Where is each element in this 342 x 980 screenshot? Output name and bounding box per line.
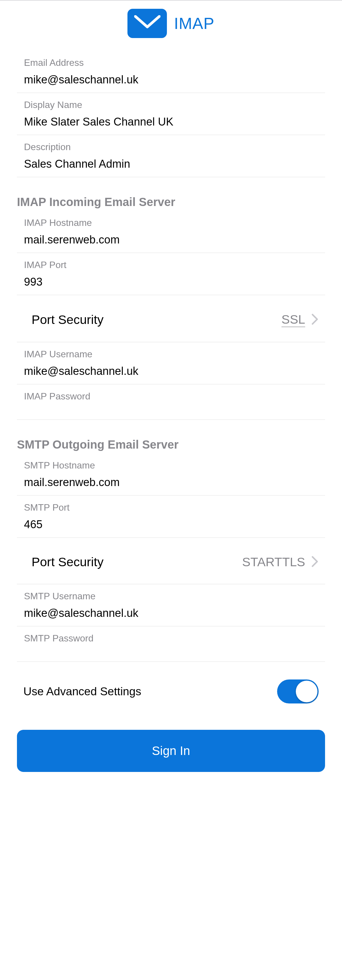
- smtp-port-security-row[interactable]: Port Security STARTTLS: [0, 538, 342, 584]
- display-name-field[interactable]: Display Name Mike Slater Sales Channel U…: [17, 93, 325, 135]
- imap-hostname-value: mail.serenweb.com: [24, 234, 318, 246]
- smtp-hostname-value: mail.serenweb.com: [24, 476, 318, 489]
- sign-in-button[interactable]: Sign In: [17, 730, 325, 772]
- email-value: mike@saleschannel.uk: [24, 73, 318, 86]
- email-label: Email Address: [24, 57, 318, 68]
- email-field[interactable]: Email Address mike@saleschannel.uk: [17, 51, 325, 93]
- advanced-settings-row: Use Advanced Settings: [0, 662, 342, 721]
- smtp-hostname-field[interactable]: SMTP Hostname mail.serenweb.com: [17, 453, 325, 496]
- imap-section-header: IMAP Incoming Email Server: [0, 177, 342, 211]
- description-field[interactable]: Description Sales Channel Admin: [17, 135, 325, 177]
- smtp-password-label: SMTP Password: [24, 633, 318, 644]
- imap-hostname-field[interactable]: IMAP Hostname mail.serenweb.com: [17, 211, 325, 253]
- header-title: IMAP: [174, 14, 214, 33]
- description-label: Description: [24, 142, 318, 153]
- imap-username-value: mike@saleschannel.uk: [24, 365, 318, 377]
- description-value: Sales Channel Admin: [24, 158, 318, 170]
- chevron-right-icon: [312, 314, 318, 326]
- imap-port-value: 993: [24, 276, 318, 288]
- smtp-username-value: mike@saleschannel.uk: [24, 607, 318, 619]
- imap-port-label: IMAP Port: [24, 259, 318, 270]
- imap-port-security-value: SSL: [282, 312, 305, 327]
- imap-password-field[interactable]: IMAP Password: [17, 385, 325, 420]
- advanced-settings-toggle[interactable]: [277, 679, 318, 703]
- imap-username-label: IMAP Username: [24, 349, 318, 360]
- chevron-right-icon: [312, 556, 318, 568]
- smtp-port-value: 465: [24, 518, 318, 531]
- advanced-settings-label: Use Advanced Settings: [24, 685, 141, 698]
- imap-port-field[interactable]: IMAP Port 993: [17, 253, 325, 295]
- smtp-port-security-label: Port Security: [32, 555, 103, 569]
- imap-port-security-row[interactable]: Port Security SSL: [0, 295, 342, 342]
- smtp-password-field[interactable]: SMTP Password: [17, 627, 325, 662]
- page-header: IMAP: [0, 0, 342, 51]
- mail-icon: [127, 9, 167, 38]
- smtp-hostname-label: SMTP Hostname: [24, 460, 318, 471]
- smtp-section-header: SMTP Outgoing Email Server: [0, 420, 342, 453]
- smtp-port-security-value: STARTTLS: [242, 555, 305, 569]
- imap-port-security-label: Port Security: [32, 312, 103, 327]
- imap-password-label: IMAP Password: [24, 391, 318, 402]
- display-name-label: Display Name: [24, 100, 318, 110]
- imap-hostname-label: IMAP Hostname: [24, 218, 318, 228]
- smtp-port-field[interactable]: SMTP Port 465: [17, 496, 325, 538]
- display-name-value: Mike Slater Sales Channel UK: [24, 116, 318, 128]
- smtp-username-field[interactable]: SMTP Username mike@saleschannel.uk: [17, 584, 325, 627]
- smtp-username-label: SMTP Username: [24, 591, 318, 601]
- imap-username-field[interactable]: IMAP Username mike@saleschannel.uk: [17, 342, 325, 385]
- smtp-port-label: SMTP Port: [24, 502, 318, 513]
- toggle-knob: [296, 681, 317, 702]
